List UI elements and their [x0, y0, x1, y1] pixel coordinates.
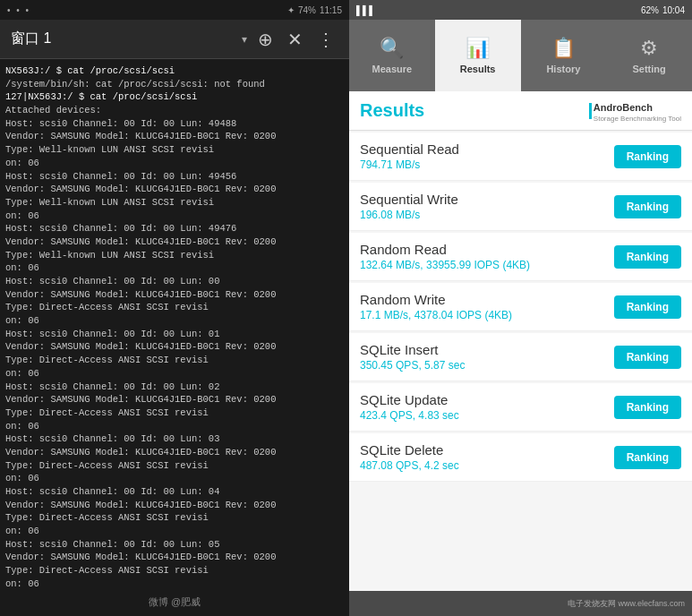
ranking-button-6[interactable]: Ranking	[614, 446, 681, 469]
result-item-2: Random Read132.64 MB/s, 33955.99 IOPS (4…	[349, 233, 692, 281]
terminal-line: Type: Direct-Access ANSI SCSI revisi	[5, 406, 344, 420]
tab-history[interactable]: 📋History	[521, 20, 607, 91]
ranking-button-1[interactable]: Ranking	[614, 195, 681, 218]
right-status-left: ▌▌▌	[356, 5, 375, 15]
ranking-button-3[interactable]: Ranking	[614, 295, 681, 319]
left-panel: • • • ✦ 74% 11:15 窗口 1 ▾ ⊕ ✕ ⋮ NX563J:/ …	[0, 0, 349, 616]
result-value-0: 794.71 MB/s	[360, 158, 459, 171]
result-info-0: Sequential Read794.71 MB/s	[360, 141, 459, 171]
result-value-5: 423.4 QPS, 4.83 sec	[360, 409, 459, 422]
terminal-content[interactable]: NX563J:/ $ cat /proc/scsi/scsi/system/bi…	[0, 59, 349, 587]
result-item-0: Sequential Read794.71 MB/sRanking	[349, 133, 692, 181]
tab-results[interactable]: 📊Results	[435, 20, 521, 91]
result-item-5: SQLite Update423.4 QPS, 4.83 secRanking	[349, 383, 692, 432]
result-info-3: Random Write17.1 MB/s, 4378.04 IOPS (4KB…	[360, 292, 512, 321]
ranking-button-0[interactable]: Ranking	[614, 145, 681, 168]
terminal-line: Vendor: SAMSUNG Model: KLUCG4J1ED-B0C1 R…	[5, 393, 344, 406]
terminal-line: on: 06	[5, 472, 344, 485]
terminal-line: Host: scsi0 Channel: 00 Id: 00 Lun: 4947…	[5, 222, 344, 235]
result-item-1: Sequential Write196.08 MB/sRanking	[349, 183, 692, 231]
result-info-1: Sequential Write196.08 MB/s	[360, 192, 458, 221]
terminal-line: Vendor: SAMSUNG Model: KLUCG4J1ED-B0C1 R…	[5, 235, 344, 249]
result-value-2: 132.64 MB/s, 33955.99 IOPS (4KB)	[360, 259, 530, 271]
terminal-line: Type: Well-known LUN ANSI SCSI revisi	[5, 249, 344, 262]
left-status-dots: • • •	[7, 5, 30, 15]
setting-tab-label: Setting	[632, 64, 665, 74]
terminal-line: Vendor: SAMSUNG Model: KLUCG4J1ED-B0C1 R…	[5, 183, 344, 196]
terminal-line: Type: Direct-Access ANSI SCSI revisi	[5, 564, 344, 578]
terminal-line: on: 06	[5, 314, 344, 328]
result-name-2: Random Read	[360, 242, 530, 257]
terminal-line: on: 06	[5, 578, 344, 587]
terminal-line: Host: scsi0 Channel: 00 Id: 00 Lun: 00	[5, 275, 344, 288]
terminal-line: Type: Direct-Access ANSI SCSI revisi	[5, 511, 344, 525]
result-name-1: Sequential Write	[360, 192, 458, 207]
brand-sub: Storage Benchmarking Tool	[594, 115, 681, 123]
logo-bar	[589, 103, 592, 119]
results-list: Sequential Read794.71 MB/sRankingSequent…	[349, 131, 692, 591]
left-bottom-bar: 微博 @肥威	[0, 587, 349, 616]
right-bottom-text: 电子发烧友网 www.elecfans.com	[568, 598, 685, 610]
terminal-line: /system/bin/sh: cat /proc/scsi/scsi: not…	[5, 78, 344, 91]
ranking-button-2[interactable]: Ranking	[614, 245, 681, 269]
close-tab-icon[interactable]: ✕	[284, 25, 306, 54]
measure-tab-icon: 🔍	[380, 37, 404, 60]
result-name-6: SQLite Delete	[360, 442, 459, 458]
setting-tab-icon: ⚙	[640, 37, 658, 60]
dropdown-icon[interactable]: ▾	[242, 33, 247, 46]
results-header: Results AndroBench Storage Benchmarking …	[349, 91, 692, 131]
history-tab-icon: 📋	[551, 37, 576, 60]
results-tab-label: Results	[460, 64, 496, 74]
terminal-line: Type: Direct-Access ANSI SCSI revisi	[5, 459, 344, 473]
menu-icon[interactable]: ⋮	[313, 25, 338, 54]
left-bluetooth-icon: ✦	[287, 5, 295, 15]
terminal-line: Host: scsi0 Channel: 00 Id: 00 Lun: 03	[5, 432, 344, 446]
ranking-button-5[interactable]: Ranking	[614, 396, 681, 419]
terminal-line: Host: scsi0 Channel: 00 Id: 00 Lun: 4948…	[5, 117, 344, 131]
terminal-line: Vendor: SAMSUNG Model: KLUCG4J1ED-B0C1 R…	[5, 446, 344, 459]
androbench-logo: AndroBench Storage Benchmarking Tool	[589, 98, 681, 123]
result-item-4: SQLite Insert350.45 QPS, 5.87 secRanking	[349, 333, 692, 381]
result-value-3: 17.1 MB/s, 4378.04 IOPS (4KB)	[360, 309, 512, 321]
terminal-line: Attached devices:	[5, 104, 344, 117]
left-time: 11:15	[320, 5, 342, 15]
terminal-line: Vendor: SAMSUNG Model: KLUCG4J1ED-B0C1 R…	[5, 499, 344, 512]
result-item-6: SQLite Delete487.08 QPS, 4.2 secRanking	[349, 433, 692, 482]
weibo-text: 微博 @肥威	[149, 595, 201, 609]
window-title: 窗口 1	[11, 30, 235, 48]
terminal-line: on: 06	[5, 525, 344, 538]
terminal-line: Host: scsi0 Channel: 00 Id: 00 Lun: 05	[5, 538, 344, 552]
terminal-line: Vendor: SAMSUNG Model: KLUCG4J1ED-B0C1 R…	[5, 340, 344, 354]
tab-bar: 🔍Measure📊Results📋History⚙Setting	[349, 20, 692, 91]
left-status-bar: • • • ✦ 74% 11:15	[0, 0, 349, 20]
result-info-5: SQLite Update423.4 QPS, 4.83 sec	[360, 392, 459, 422]
terminal-line: Type: Well-known LUN ANSI SCSI revisi	[5, 143, 344, 157]
tab-measure[interactable]: 🔍Measure	[349, 20, 435, 91]
terminal-line: on: 06	[5, 210, 344, 223]
brand-name: AndroBench	[594, 102, 653, 113]
terminal-line: Vendor: SAMSUNG Model: KLUCG4J1ED-B0C1 R…	[5, 288, 344, 302]
left-status-right: ✦ 74% 11:15	[287, 5, 342, 15]
result-item-3: Random Write17.1 MB/s, 4378.04 IOPS (4KB…	[349, 283, 692, 331]
add-tab-icon[interactable]: ⊕	[254, 25, 277, 54]
terminal-line: 127|NX563J:/ $ cat /proc/scsi/scsi	[5, 90, 344, 104]
terminal-line: Host: scsi0 Channel: 00 Id: 00 Lun: 02	[5, 381, 344, 394]
terminal-line: NX563J:/ $ cat /proc/scsi/scsi	[5, 64, 344, 78]
terminal-line: Type: Direct-Access ANSI SCSI revisi	[5, 301, 344, 314]
terminal-line: Vendor: SAMSUNG Model: KLUCG4J1ED-B0C1 R…	[5, 130, 344, 143]
terminal-line: on: 06	[5, 157, 344, 170]
right-status-right: 62% 10:04	[641, 5, 685, 15]
result-value-4: 350.45 QPS, 5.87 sec	[360, 359, 465, 372]
ranking-button-4[interactable]: Ranking	[614, 346, 681, 369]
result-value-1: 196.08 MB/s	[360, 209, 458, 221]
tab-setting[interactable]: ⚙Setting	[606, 20, 692, 91]
right-bottom-bar: 电子发烧友网 www.elecfans.com	[349, 591, 692, 616]
terminal-line: on: 06	[5, 367, 344, 381]
terminal-line: Host: scsi0 Channel: 00 Id: 00 Lun: 01	[5, 328, 344, 341]
terminal-line: Vendor: SAMSUNG Model: KLUCG4J1ED-B0C1 R…	[5, 551, 344, 564]
right-time: 10:04	[662, 5, 685, 15]
terminal-line: Type: Well-known LUN ANSI SCSI revisi	[5, 196, 344, 210]
result-value-6: 487.08 QPS, 4.2 sec	[360, 459, 459, 472]
right-battery-percent: 62%	[641, 5, 659, 15]
right-status-bar: ▌▌▌ 62% 10:04	[349, 0, 692, 20]
